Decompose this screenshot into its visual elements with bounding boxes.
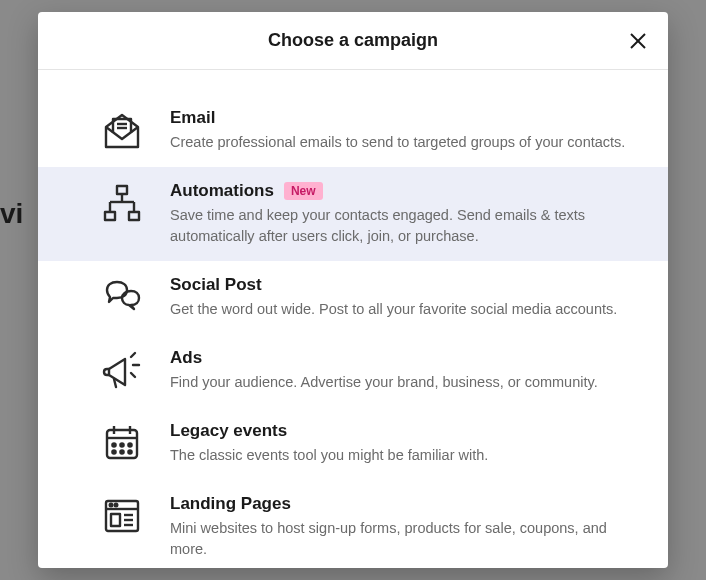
close-button[interactable] bbox=[624, 27, 652, 55]
svg-rect-6 bbox=[129, 212, 139, 220]
option-text: Email Create professional emails to send… bbox=[170, 108, 628, 153]
option-title: Social Post bbox=[170, 275, 262, 295]
option-desc: Get the word out wide. Post to all your … bbox=[170, 299, 628, 320]
option-title: Ads bbox=[170, 348, 202, 368]
svg-rect-29 bbox=[111, 514, 120, 526]
option-landing-pages[interactable]: Landing Pages Mini websites to host sign… bbox=[38, 480, 668, 568]
social-icon bbox=[100, 275, 144, 319]
option-legacy-events[interactable]: Legacy events The classic events tool yo… bbox=[38, 407, 668, 480]
svg-point-23 bbox=[120, 450, 123, 453]
modal-header: Choose a campaign bbox=[38, 12, 668, 70]
svg-point-21 bbox=[128, 443, 131, 446]
new-badge: New bbox=[284, 182, 323, 200]
svg-point-27 bbox=[110, 504, 113, 507]
option-desc: Mini websites to host sign-up forms, pro… bbox=[170, 518, 628, 560]
svg-line-12 bbox=[131, 353, 135, 357]
svg-rect-4 bbox=[117, 186, 127, 194]
choose-campaign-modal: Choose a campaign Email bbox=[38, 12, 668, 568]
option-text: Social Post Get the word out wide. Post … bbox=[170, 275, 628, 320]
option-ads[interactable]: Ads Find your audience. Advertise your b… bbox=[38, 334, 668, 407]
calendar-icon bbox=[100, 421, 144, 465]
svg-point-24 bbox=[128, 450, 131, 453]
email-icon bbox=[100, 108, 144, 152]
option-social-post[interactable]: Social Post Get the word out wide. Post … bbox=[38, 261, 668, 334]
option-title: Automations bbox=[170, 181, 274, 201]
svg-line-14 bbox=[131, 373, 135, 377]
background-text: vi bbox=[0, 198, 23, 230]
option-title: Landing Pages bbox=[170, 494, 291, 514]
svg-point-22 bbox=[112, 450, 115, 453]
modal-body: Email Create professional emails to send… bbox=[38, 70, 668, 568]
option-title: Legacy events bbox=[170, 421, 287, 441]
option-desc: Find your audience. Advertise your brand… bbox=[170, 372, 628, 393]
svg-rect-5 bbox=[105, 212, 115, 220]
automations-icon bbox=[100, 181, 144, 225]
option-desc: Create professional emails to send to ta… bbox=[170, 132, 628, 153]
option-title: Email bbox=[170, 108, 215, 128]
option-automations[interactable]: Automations New Save time and keep your … bbox=[38, 167, 668, 261]
option-text: Legacy events The classic events tool yo… bbox=[170, 421, 628, 466]
option-desc: Save time and keep your contacts engaged… bbox=[170, 205, 628, 247]
ads-icon bbox=[100, 348, 144, 392]
option-text: Automations New Save time and keep your … bbox=[170, 181, 628, 247]
close-icon bbox=[629, 32, 647, 50]
option-desc: The classic events tool you might be fam… bbox=[170, 445, 628, 466]
svg-point-20 bbox=[120, 443, 123, 446]
modal-title: Choose a campaign bbox=[268, 30, 438, 51]
option-email[interactable]: Email Create professional emails to send… bbox=[38, 94, 668, 167]
svg-point-28 bbox=[115, 504, 118, 507]
landing-page-icon bbox=[100, 494, 144, 538]
option-text: Ads Find your audience. Advertise your b… bbox=[170, 348, 628, 393]
option-text: Landing Pages Mini websites to host sign… bbox=[170, 494, 628, 560]
svg-point-19 bbox=[112, 443, 115, 446]
